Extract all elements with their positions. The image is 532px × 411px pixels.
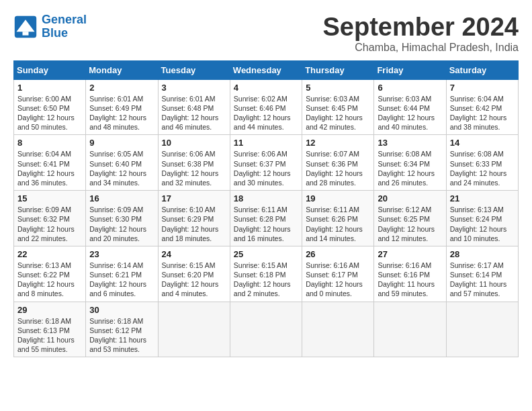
table-row: 25Sunrise: 6:15 AM Sunset: 6:18 PM Dayli… <box>230 246 302 302</box>
day-detail: Sunrise: 6:03 AM Sunset: 6:45 PM Dayligh… <box>306 94 370 132</box>
day-detail: Sunrise: 6:11 AM Sunset: 6:28 PM Dayligh… <box>234 205 298 243</box>
calendar-week-row: 22Sunrise: 6:13 AM Sunset: 6:22 PM Dayli… <box>14 246 519 302</box>
day-detail: Sunrise: 6:15 AM Sunset: 6:20 PM Dayligh… <box>162 261 226 299</box>
header: General Blue September 2024 Chamba, Hima… <box>13 13 519 54</box>
table-row <box>374 302 446 357</box>
day-number: 10 <box>162 138 226 148</box>
day-number: 19 <box>306 193 370 203</box>
table-row: 5Sunrise: 6:03 AM Sunset: 6:45 PM Daylig… <box>302 79 374 135</box>
day-detail: Sunrise: 6:16 AM Sunset: 6:16 PM Dayligh… <box>378 261 442 299</box>
table-row: 21Sunrise: 6:13 AM Sunset: 6:24 PM Dayli… <box>446 191 518 246</box>
svg-rect-2 <box>23 32 29 35</box>
day-number: 28 <box>450 249 515 259</box>
table-row: 9Sunrise: 6:05 AM Sunset: 6:40 PM Daylig… <box>86 135 158 191</box>
logo: General Blue <box>13 13 87 40</box>
table-row: 6Sunrise: 6:03 AM Sunset: 6:44 PM Daylig… <box>374 79 446 135</box>
calendar-week-row: 1Sunrise: 6:00 AM Sunset: 6:50 PM Daylig… <box>14 79 519 135</box>
day-detail: Sunrise: 6:09 AM Sunset: 6:30 PM Dayligh… <box>89 205 154 243</box>
day-detail: Sunrise: 6:13 AM Sunset: 6:24 PM Dayligh… <box>450 205 515 243</box>
day-detail: Sunrise: 6:08 AM Sunset: 6:33 PM Dayligh… <box>450 149 515 187</box>
table-row: 10Sunrise: 6:06 AM Sunset: 6:38 PM Dayli… <box>158 135 230 191</box>
table-row <box>446 302 518 357</box>
day-detail: Sunrise: 6:13 AM Sunset: 6:22 PM Dayligh… <box>17 261 82 299</box>
table-row: 28Sunrise: 6:17 AM Sunset: 6:14 PM Dayli… <box>446 246 518 302</box>
day-detail: Sunrise: 6:02 AM Sunset: 6:46 PM Dayligh… <box>234 94 298 132</box>
day-number: 1 <box>17 83 82 93</box>
day-number: 21 <box>450 193 515 203</box>
day-number: 14 <box>450 138 515 148</box>
table-row: 19Sunrise: 6:11 AM Sunset: 6:26 PM Dayli… <box>302 191 374 246</box>
weekday-header: Friday <box>374 60 446 79</box>
day-number: 20 <box>378 193 442 203</box>
day-number: 13 <box>378 138 442 148</box>
day-detail: Sunrise: 6:04 AM Sunset: 6:41 PM Dayligh… <box>17 149 82 187</box>
day-number: 18 <box>234 193 298 203</box>
logo-icon <box>13 15 38 39</box>
table-row: 24Sunrise: 6:15 AM Sunset: 6:20 PM Dayli… <box>158 246 230 302</box>
day-detail: Sunrise: 6:15 AM Sunset: 6:18 PM Dayligh… <box>234 261 298 299</box>
day-number: 7 <box>450 83 515 93</box>
table-row: 27Sunrise: 6:16 AM Sunset: 6:16 PM Dayli… <box>374 246 446 302</box>
logo-text: General Blue <box>42 13 87 40</box>
day-number: 11 <box>234 138 298 148</box>
table-row: 12Sunrise: 6:07 AM Sunset: 6:36 PM Dayli… <box>302 135 374 191</box>
day-detail: Sunrise: 6:18 AM Sunset: 6:12 PM Dayligh… <box>89 316 154 355</box>
day-number: 24 <box>162 249 226 259</box>
weekday-header: Wednesday <box>230 60 302 79</box>
table-row: 14Sunrise: 6:08 AM Sunset: 6:33 PM Dayli… <box>446 135 518 191</box>
weekday-header: Thursday <box>302 60 374 79</box>
table-row: 4Sunrise: 6:02 AM Sunset: 6:46 PM Daylig… <box>230 79 302 135</box>
day-number: 30 <box>89 305 154 315</box>
table-row: 7Sunrise: 6:04 AM Sunset: 6:42 PM Daylig… <box>446 79 518 135</box>
day-detail: Sunrise: 6:09 AM Sunset: 6:32 PM Dayligh… <box>17 205 82 243</box>
calendar-week-row: 8Sunrise: 6:04 AM Sunset: 6:41 PM Daylig… <box>14 135 519 191</box>
day-detail: Sunrise: 6:06 AM Sunset: 6:38 PM Dayligh… <box>162 149 226 187</box>
day-number: 12 <box>306 138 370 148</box>
day-number: 27 <box>378 249 442 259</box>
day-detail: Sunrise: 6:17 AM Sunset: 6:14 PM Dayligh… <box>450 261 515 299</box>
weekday-header: Tuesday <box>158 60 230 79</box>
table-row: 22Sunrise: 6:13 AM Sunset: 6:22 PM Dayli… <box>14 246 86 302</box>
table-row: 29Sunrise: 6:18 AM Sunset: 6:13 PM Dayli… <box>14 302 86 357</box>
day-number: 5 <box>306 83 370 93</box>
day-detail: Sunrise: 6:18 AM Sunset: 6:13 PM Dayligh… <box>17 316 82 355</box>
day-detail: Sunrise: 6:01 AM Sunset: 6:48 PM Dayligh… <box>162 94 226 132</box>
table-row <box>158 302 230 357</box>
day-number: 3 <box>162 83 226 93</box>
day-detail: Sunrise: 6:07 AM Sunset: 6:36 PM Dayligh… <box>306 149 370 187</box>
day-number: 6 <box>378 83 442 93</box>
table-row: 16Sunrise: 6:09 AM Sunset: 6:30 PM Dayli… <box>86 191 158 246</box>
day-number: 17 <box>162 193 226 203</box>
day-number: 8 <box>17 138 82 148</box>
day-number: 4 <box>234 83 298 93</box>
table-row: 17Sunrise: 6:10 AM Sunset: 6:29 PM Dayli… <box>158 191 230 246</box>
table-row: 3Sunrise: 6:01 AM Sunset: 6:48 PM Daylig… <box>158 79 230 135</box>
day-detail: Sunrise: 6:05 AM Sunset: 6:40 PM Dayligh… <box>89 149 154 187</box>
day-number: 16 <box>89 193 154 203</box>
table-row: 13Sunrise: 6:08 AM Sunset: 6:34 PM Dayli… <box>374 135 446 191</box>
day-number: 29 <box>17 305 82 315</box>
table-row: 15Sunrise: 6:09 AM Sunset: 6:32 PM Dayli… <box>14 191 86 246</box>
day-number: 23 <box>89 249 154 259</box>
day-detail: Sunrise: 6:08 AM Sunset: 6:34 PM Dayligh… <box>378 149 442 187</box>
table-row: 18Sunrise: 6:11 AM Sunset: 6:28 PM Dayli… <box>230 191 302 246</box>
day-detail: Sunrise: 6:01 AM Sunset: 6:49 PM Dayligh… <box>89 94 154 132</box>
table-row: 30Sunrise: 6:18 AM Sunset: 6:12 PM Dayli… <box>86 302 158 357</box>
table-row: 8Sunrise: 6:04 AM Sunset: 6:41 PM Daylig… <box>14 135 86 191</box>
calendar-week-row: 29Sunrise: 6:18 AM Sunset: 6:13 PM Dayli… <box>14 302 519 357</box>
location-subtitle: Chamba, Himachal Pradesh, India <box>323 42 519 54</box>
table-row <box>230 302 302 357</box>
table-row: 23Sunrise: 6:14 AM Sunset: 6:21 PM Dayli… <box>86 246 158 302</box>
month-title: September 2024 <box>323 13 519 42</box>
table-row <box>302 302 374 357</box>
table-row: 11Sunrise: 6:06 AM Sunset: 6:37 PM Dayli… <box>230 135 302 191</box>
day-number: 9 <box>89 138 154 148</box>
day-number: 22 <box>17 249 82 259</box>
day-detail: Sunrise: 6:04 AM Sunset: 6:42 PM Dayligh… <box>450 94 515 132</box>
weekday-header: Sunday <box>14 60 86 79</box>
day-detail: Sunrise: 6:16 AM Sunset: 6:17 PM Dayligh… <box>306 261 370 299</box>
table-row: 2Sunrise: 6:01 AM Sunset: 6:49 PM Daylig… <box>86 79 158 135</box>
table-row: 26Sunrise: 6:16 AM Sunset: 6:17 PM Dayli… <box>302 246 374 302</box>
day-number: 25 <box>234 249 298 259</box>
day-detail: Sunrise: 6:00 AM Sunset: 6:50 PM Dayligh… <box>17 94 82 132</box>
